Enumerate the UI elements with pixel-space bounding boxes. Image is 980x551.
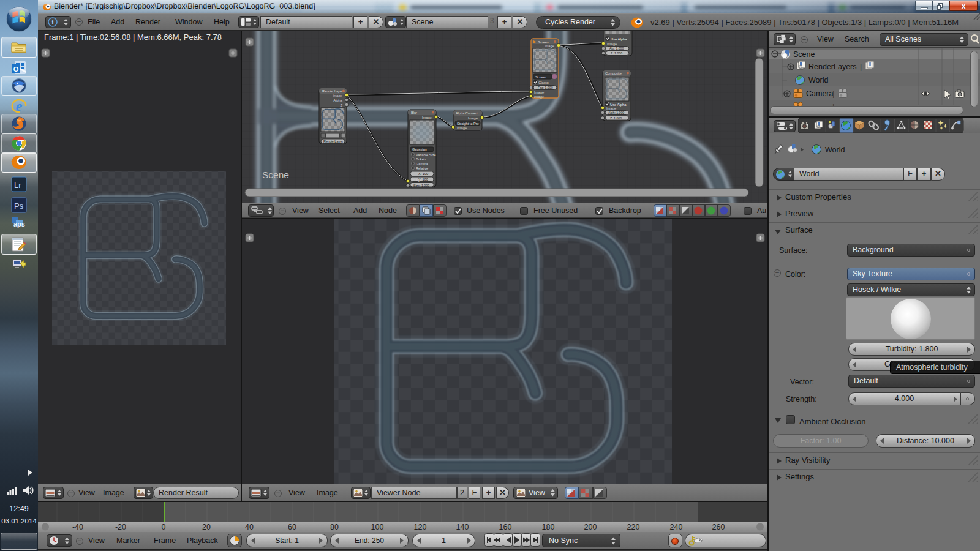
svg-text:Z: 1.000: Z: 1.000 bbox=[610, 116, 622, 120]
svg-text:Image: Image bbox=[468, 116, 478, 120]
svg-text:Image: Image bbox=[607, 42, 617, 46]
svg-text:Use Alpha: Use Alpha bbox=[611, 37, 627, 41]
svg-text:60: 60 bbox=[288, 523, 296, 531]
svg-text:Camera: Camera bbox=[806, 89, 834, 98]
svg-text:Image: Image bbox=[457, 126, 467, 130]
svg-text:Straight to Pre: Straight to Pre bbox=[457, 122, 479, 126]
svg-text:Render Layers: Render Layers bbox=[322, 89, 345, 93]
svg-text:Z: 1.000: Z: 1.000 bbox=[611, 51, 622, 55]
svg-text:180: 180 bbox=[542, 523, 555, 531]
svg-text:Scene: Scene bbox=[793, 50, 815, 59]
svg-text:|: | bbox=[832, 89, 834, 98]
svg-text:X: 100: X: 100 bbox=[418, 172, 428, 176]
svg-text:RenderLayers: RenderLayers bbox=[809, 62, 857, 71]
svg-text:Screen: Screen bbox=[535, 75, 546, 79]
svg-text:160: 160 bbox=[499, 523, 512, 531]
svg-text:Use Alpha: Use Alpha bbox=[610, 103, 627, 107]
svg-text:Image: Image bbox=[333, 94, 342, 97]
svg-text:Clamp: Clamp bbox=[538, 81, 549, 84]
svg-text:40: 40 bbox=[245, 523, 254, 531]
svg-text:Image: Image bbox=[545, 44, 554, 48]
svg-text:Composite: Composite bbox=[605, 72, 622, 75]
svg-text:Alpha Convert: Alpha Convert bbox=[456, 111, 478, 115]
svg-text:Blur: Blur bbox=[411, 111, 417, 114]
svg-text:20: 20 bbox=[202, 523, 211, 531]
svg-text:Image: Image bbox=[422, 116, 432, 119]
svg-text:Variable Size: Variable Size bbox=[416, 153, 436, 157]
svg-text:Ps: Ps bbox=[14, 201, 24, 211]
svg-text:World: World bbox=[825, 146, 845, 154]
svg-text:140: 140 bbox=[456, 523, 469, 531]
svg-text:120: 120 bbox=[414, 523, 427, 531]
svg-text:Image: Image bbox=[412, 178, 421, 182]
svg-text:Image: Image bbox=[534, 91, 544, 94]
svg-text:Fac: 1.000: Fac: 1.000 bbox=[538, 86, 553, 89]
svg-text:Image: Image bbox=[606, 107, 616, 110]
svg-text:Alpha: Alpha bbox=[333, 99, 343, 102]
svg-text:Gamma: Gamma bbox=[416, 162, 429, 166]
svg-text:|: | bbox=[860, 62, 862, 71]
svg-text:Relative: Relative bbox=[416, 167, 428, 170]
svg-text:240: 240 bbox=[670, 523, 683, 531]
svg-text:260: 260 bbox=[712, 523, 725, 531]
svg-text:80: 80 bbox=[330, 523, 339, 531]
svg-text:World: World bbox=[809, 76, 828, 84]
svg-text:100: 100 bbox=[371, 523, 384, 531]
svg-text:aps: aps bbox=[13, 220, 25, 228]
svg-text:Alph: 1.000: Alph: 1.000 bbox=[608, 111, 624, 114]
svg-text:Scene: Scene bbox=[262, 170, 289, 180]
svg-text:Alp: 1.000: Alp: 1.000 bbox=[609, 47, 624, 50]
svg-text:i: i bbox=[51, 18, 53, 26]
svg-text:-20: -20 bbox=[115, 523, 126, 531]
svg-text:200: 200 bbox=[584, 523, 597, 531]
svg-text:Lr: Lr bbox=[14, 181, 21, 190]
svg-text:RenderLayer: RenderLayer bbox=[323, 140, 343, 143]
svg-text:0: 0 bbox=[162, 523, 166, 531]
svg-text:Gaussian: Gaussian bbox=[412, 148, 427, 151]
svg-text:Z: Z bbox=[340, 103, 342, 107]
svg-text:220: 220 bbox=[627, 523, 640, 531]
svg-text:O: O bbox=[13, 66, 19, 73]
svg-text:Bokeh: Bokeh bbox=[416, 157, 426, 161]
svg-text:Size: 1.000: Size: 1.000 bbox=[413, 184, 429, 187]
svg-text:Image: Image bbox=[534, 95, 544, 99]
svg-text:-40: -40 bbox=[72, 523, 83, 531]
